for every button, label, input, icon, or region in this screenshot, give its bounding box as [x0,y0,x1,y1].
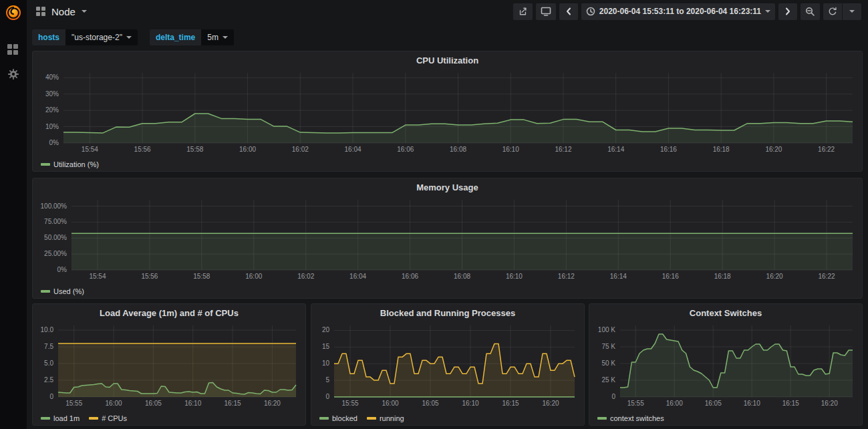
legend-label: running [380,414,404,422]
dashboard-title: Node [51,6,76,17]
legend-label: Used (%) [53,287,84,295]
svg-text:16:02: 16:02 [297,273,314,280]
refresh-icon [828,7,837,16]
panel-title[interactable]: CPU Utilization [33,51,862,67]
svg-text:7.5: 7.5 [44,343,53,350]
svg-text:16:00: 16:00 [106,400,122,407]
svg-text:16:15: 16:15 [502,400,519,407]
svg-text:16:04: 16:04 [349,273,366,280]
svg-text:16:18: 16:18 [714,273,731,280]
time-range-forward-button[interactable] [778,3,797,20]
svg-text:16:04: 16:04 [345,146,361,153]
legend-swatch-icon [597,417,607,420]
grafana-dashboard: Node 2020-06-04 15:53:11 to 20 [0,0,868,429]
svg-text:16:05: 16:05 [705,400,722,407]
navbar: Node 2020-06-04 15:53:11 to 20 [27,0,868,23]
chart-canvas[interactable]: 0510152015:5516:0016:0516:1016:1516:20 [315,321,580,409]
svg-text:16:14: 16:14 [607,146,624,153]
svg-text:16:20: 16:20 [264,400,281,407]
svg-text:16:05: 16:05 [145,400,162,407]
svg-text:100 K: 100 K [598,326,615,333]
dashboard-grid-icon [36,7,45,16]
svg-text:15:54: 15:54 [89,273,106,280]
svg-text:50 K: 50 K [601,360,615,367]
chevron-down-icon [126,36,132,39]
svg-text:16:10: 16:10 [744,400,760,407]
variable-hosts: hosts "us-storage-2" [32,29,138,45]
legend-label: # CPUs [102,414,127,422]
share-button[interactable] [513,3,533,20]
svg-text:25.00%: 25.00% [44,250,67,257]
chart-canvas[interactable]: 0%10%20%30%40%15:5415:5615:5816:0016:021… [37,69,858,155]
grafana-logo-icon[interactable] [5,4,22,21]
svg-text:16:10: 16:10 [462,400,478,407]
dashboards-icon[interactable] [7,44,19,56]
svg-text:16:22: 16:22 [818,146,835,153]
legend-label: Utilization (%) [53,160,99,168]
svg-text:20%: 20% [45,106,59,114]
svg-text:16:18: 16:18 [713,146,730,153]
panel-cpu-utilization: CPU Utilization 0%10%20%30%40%15:5415:56… [32,51,863,172]
variable-value-delta-time[interactable]: 5m [201,29,234,45]
svg-text:75 K: 75 K [601,343,615,350]
chart-canvas[interactable]: 0%25.00%50.00%75.00%100.00%15:5415:5615:… [37,196,858,282]
legend-item[interactable]: running [367,414,404,422]
chart-canvas[interactable]: 02.55.07.510.015:5516:0016:0516:1016:151… [37,321,301,409]
time-range-back-button[interactable] [559,3,578,20]
dashboard-title-button[interactable]: Node [36,6,87,17]
svg-text:16:20: 16:20 [765,146,782,153]
legend-swatch-icon [41,417,50,420]
svg-text:15:58: 15:58 [193,273,210,280]
svg-text:15:56: 15:56 [141,273,158,280]
zoom-out-button[interactable] [801,3,820,20]
svg-text:16:10: 16:10 [184,400,201,407]
chevron-left-icon [566,7,571,15]
panel-title[interactable]: Blocked and Running Processes [311,304,584,320]
chart-canvas[interactable]: 025 K50 K75 K100 K15:5516:0016:0516:1016… [593,321,858,409]
svg-text:10.0: 10.0 [41,326,54,333]
svg-text:16:16: 16:16 [660,146,677,153]
chart-legend: load 1m# CPUs [41,414,127,422]
chart-svg: 0510152015:5516:0016:0516:1016:1516:20 [315,321,580,409]
svg-text:16:06: 16:06 [397,146,414,153]
svg-text:0: 0 [49,393,53,400]
svg-text:0%: 0% [49,139,59,146]
legend-item[interactable]: # CPUs [89,414,127,422]
legend-item[interactable]: blocked [319,414,357,422]
chevron-down-icon [849,10,855,13]
refresh-interval-button[interactable] [843,3,861,20]
panel-title[interactable]: Memory Usage [33,178,862,194]
panel-title[interactable]: Context Switches [589,304,862,320]
legend-label: load 1m [53,414,80,422]
legend-item[interactable]: Used (%) [41,287,84,295]
submenu-variables: hosts "us-storage-2" delta_time 5m [32,29,234,45]
refresh-button[interactable] [823,3,842,20]
svg-text:0%: 0% [57,266,67,273]
share-icon [518,7,528,16]
panel-title[interactable]: Load Average (1m) and # of CPUs [33,304,305,320]
svg-text:10: 10 [322,360,330,367]
svg-text:40%: 40% [45,74,59,81]
svg-text:16:22: 16:22 [819,273,835,280]
legend-item[interactable]: Utilization (%) [41,160,99,168]
variable-delta-time: delta_time 5m [150,29,234,45]
time-picker-button[interactable]: 2020-06-04 15:53:11 to 2020-06-04 16:23:… [581,3,775,20]
legend-swatch-icon [41,163,50,166]
svg-text:16:10: 16:10 [502,146,519,153]
svg-text:0: 0 [325,393,329,400]
variable-value-hosts[interactable]: "us-storage-2" [65,29,138,45]
chart-svg: 02.55.07.510.015:5516:0016:0516:1016:151… [37,321,301,409]
variable-value-text: 5m [207,33,219,45]
settings-gear-icon[interactable] [7,68,19,80]
monitor-icon [541,7,551,16]
sidebar [0,0,27,429]
svg-text:75.00%: 75.00% [44,218,67,225]
chart-svg: 0%10%20%30%40%15:5415:5615:5816:0016:021… [37,69,858,155]
legend-item[interactable]: context switches [597,414,664,422]
svg-text:15:56: 15:56 [134,146,151,153]
tv-mode-button[interactable] [536,3,556,20]
legend-item[interactable]: load 1m [41,414,80,422]
svg-text:15:55: 15:55 [341,400,358,407]
svg-text:16:00: 16:00 [239,146,256,153]
svg-text:15:54: 15:54 [82,146,98,153]
